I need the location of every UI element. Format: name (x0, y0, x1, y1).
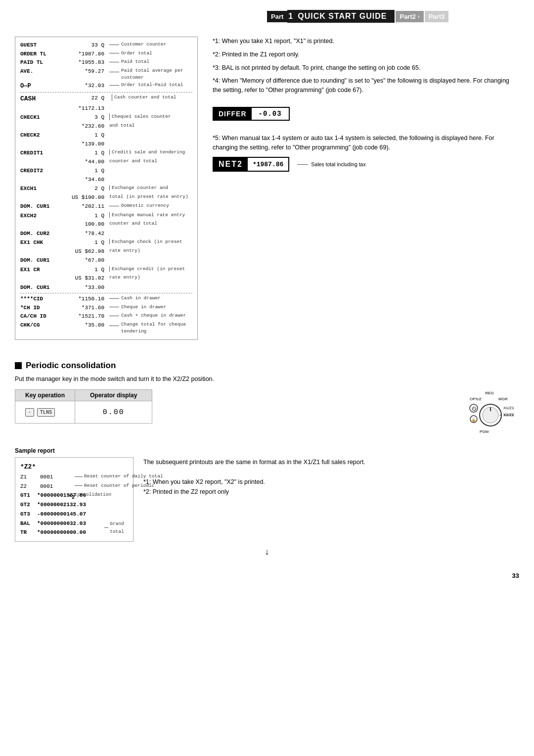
chevron-icon: › (418, 13, 420, 19)
sample-star2-marker: *2 (69, 493, 75, 502)
sample-z1-row: Z1 0001 Reset counter of daily total (20, 472, 128, 482)
receipt-row-domcur2: DOM. CUR2 *78.42 (20, 230, 192, 238)
svg-text:🔒: 🔒 (471, 417, 476, 422)
receipt-value-domcur1c: *33.00 (65, 284, 104, 292)
section-square-icon (15, 362, 22, 369)
receipt-value-ex1cr-q: 1 Q (65, 266, 104, 274)
receipt-label-exch2: EXCH2 (20, 212, 65, 220)
receipt-row-ex1chk: EX1 CHK 1 Q Exchange check (in preset (20, 238, 192, 247)
receipt-value-exch2: 100.00 (65, 220, 104, 229)
page-number: 33 (15, 572, 519, 579)
receipt-value-check1-q: 3 Q (65, 113, 104, 122)
receipt-label-domcur1a: DOM. CUR1 (20, 202, 65, 211)
receipt-label-check2: CHECK2 (20, 131, 65, 140)
mode-dial-container: REG OPX/Z MGR ⏻ X1/Z1 X2/Z2 🔒 PGM (460, 389, 519, 440)
net2-box: NET2 *1987.86 (213, 157, 289, 172)
svg-text:PGM: PGM (480, 429, 489, 434)
receipt-row-credit1-val: *44.00 counter and total (20, 158, 192, 166)
receipt-label-cid: ****CID (20, 295, 65, 303)
note-4: *4: When "Memory of difference due to ro… (213, 76, 519, 95)
mode-dial-svg: REG OPX/Z MGR ⏻ X1/Z1 X2/Z2 🔒 PGM (460, 389, 519, 439)
receipt-row-paidtl: PAID TL *1955.83 Paid total (20, 58, 192, 67)
sample-receipt-box: *Z2* Z1 0001 Reset counter of daily tota… (15, 457, 134, 542)
receipt-row-exch1-val: US $190.00 total (in preset rate entry) (20, 193, 192, 202)
receipt-row-cachid: CA/CH ID *1521.70 Cash + cheque in drawe… (20, 312, 192, 321)
header-section: Part 1 QUICK START GUIDE Part2 › Part3 (15, 10, 519, 32)
receipt-value-chid: *371.60 (65, 304, 104, 312)
receipt-value-check2: *139.00 (65, 140, 104, 148)
svg-text:X2/Z2: X2/Z2 (503, 413, 514, 417)
receipt-anno-ex1chk: Exchange check (in preset (109, 238, 182, 245)
sample-right: The subsequent printouts are the same in… (143, 457, 519, 497)
receipt-value-credit2-q: 1 Q (65, 167, 104, 175)
down-arrow: ↓ (15, 547, 519, 557)
net2-anno-dash (297, 164, 308, 165)
header-title: QUICK START GUIDE (295, 10, 395, 23)
receipt-value-ave: *59.27 (65, 67, 104, 76)
receipt-row-cash-val: *1172.13 (20, 104, 192, 113)
receipt-value-check2-q: 1 Q (65, 131, 104, 140)
receipt-label-domcur2: DOM. CUR2 (20, 230, 65, 238)
note-5: *5: When manual tax 1-4 system or auto t… (213, 134, 519, 152)
receipt-label-chid: *CH ID (20, 304, 65, 312)
receipt-label-cash: CASH (20, 94, 65, 104)
receipt-row-domcur1b: DOM. CUR1 *67.00 (20, 256, 192, 265)
receipt-row-guest: GUEST 33 Q Customer counter (20, 41, 192, 49)
receipt-row-chid: *CH ID *371.60 Cheque in drawer (20, 304, 192, 312)
main-layout: GUEST 33 Q Customer counter ORDER TL *19… (15, 37, 519, 350)
operation-section: Key operation · TLNS Operator display 0.… (15, 389, 519, 440)
receipt-label-ordertl: ORDER TL (20, 50, 65, 58)
receipt-row-exch2: EXCH2 1 Q Exchange manual rate entry (20, 212, 192, 220)
receipt-row-exch2-val: 100.00 counter and total (20, 220, 192, 229)
note-2: *2: Printed in the Z1 report only. (213, 50, 519, 59)
op-display-value: 0.00 (103, 408, 125, 417)
receipt-anno-ave: Paid total average per customer (109, 67, 183, 82)
receipt-label-op: O—P (20, 82, 65, 91)
differ-box: DIFFER -0.03 (213, 107, 290, 121)
svg-text:OPX/Z: OPX/Z (470, 397, 482, 401)
sample-z2: *Z2* (20, 462, 128, 472)
sample-bal-section: BAL *00000000032.03 TR *00000000000.00 G… (20, 519, 128, 537)
receipt-row-check1-val: *232.60 and total (20, 122, 192, 131)
receipt-label-paidtl: PAID TL (20, 58, 65, 67)
differ-label: DIFFER (214, 108, 252, 120)
periodic-note1: *1: When you take X2 report, "X2" is pri… (143, 477, 519, 487)
receipt-value-credit1-q: 1 Q (65, 149, 104, 157)
net2-anno-line: Sales total including tax (297, 161, 365, 167)
periodic-section: Periodic consolidation Put the manager k… (15, 361, 519, 557)
receipt-value-cash: *1172.13 (65, 104, 104, 113)
header-part1-num: 1 (287, 10, 295, 23)
receipt-anno-cid: Cash in drawer (109, 295, 161, 302)
receipt-row-credit2: CREDIT2 1 Q (20, 167, 192, 175)
key-op-body: · TLNS (15, 401, 75, 423)
receipt-value-cachid: *1521.70 (65, 312, 104, 321)
receipt-label-domcur1b: DOM. CUR1 (20, 256, 65, 265)
key-dot-button[interactable]: · (25, 408, 34, 417)
note-1: *1: When you take X1 report, "X1" is pri… (213, 37, 519, 46)
net2-value: *1987.86 (248, 159, 288, 170)
receipt-row-ex1chk-val: US $62.98 rate entry) (20, 247, 192, 256)
sample-z2-row: Z2 0001 Reset counter of periodic (20, 482, 128, 491)
receipt-row-ex1cr-val: US $31.02 rate entry) (20, 274, 192, 283)
receipt-row-credit2-val: *34.60 (20, 176, 192, 184)
receipt-value-cid: *1150.10 (65, 295, 104, 303)
svg-text:X1/Z1: X1/Z1 (503, 406, 514, 410)
right-column: *1: When you take X1 report, "X1" is pri… (213, 37, 519, 350)
notes-section: *1: When you take X1 report, "X1" is pri… (213, 37, 519, 95)
left-column: GUEST 33 Q Customer counter ORDER TL *19… (15, 37, 198, 350)
sample-report-label: Sample report (15, 447, 519, 454)
receipt-anno-check1: Cheque1 sales counter (109, 113, 171, 120)
receipt-value-chkcg: *35.00 (65, 321, 104, 330)
net2-label: NET2 (214, 158, 248, 171)
periodic-description: Put the manager key in the mode switch a… (15, 376, 519, 382)
sample-z2-anno: Reset counter of periodic (75, 482, 155, 490)
receipt-row-ordertl: ORDER TL *1987.86 Order total (20, 50, 192, 58)
key-tlns-button[interactable]: TLNS (37, 408, 55, 417)
receipt-row-chkcg: CHK/CG *35.00 Change total for cheque te… (20, 321, 192, 335)
receipt-value-credit2: *34.60 (65, 176, 104, 184)
receipt-row-check1: CHECK1 3 Q Cheque1 sales counter (20, 113, 192, 122)
sample-z1-anno: Reset counter of daily total (75, 472, 163, 480)
receipt-label-guest: GUEST (20, 41, 65, 49)
receipt-anno-ordertl: Order total (109, 50, 152, 57)
sample-gt3-row: GT3 -00000000145.07 (20, 510, 128, 519)
